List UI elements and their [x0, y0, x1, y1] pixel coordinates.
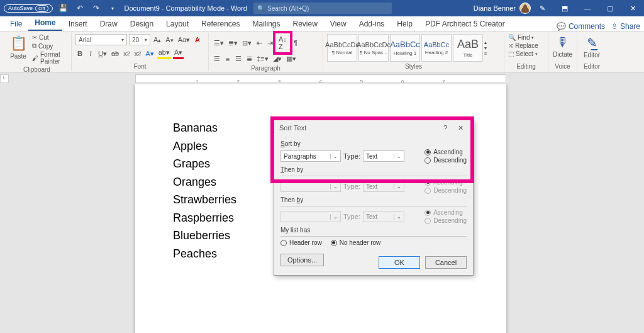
- help-button[interactable]: ?: [438, 124, 453, 132]
- bold-button[interactable]: B: [75, 49, 84, 58]
- header-row-radio[interactable]: Header row: [280, 239, 322, 246]
- style-heading2[interactable]: AaBbCcHeading 2: [421, 34, 452, 62]
- line[interactable]: Grapes: [173, 155, 236, 173]
- strikethrough-button[interactable]: ab: [110, 49, 120, 58]
- tab-view[interactable]: View: [324, 17, 353, 31]
- tab-insert[interactable]: Insert: [62, 17, 94, 31]
- then-by-field-combo-2[interactable]: ⌄: [280, 211, 341, 222]
- cut-button[interactable]: ✂Cut: [32, 34, 67, 41]
- no-header-row-radio[interactable]: No header row: [331, 239, 381, 246]
- chevron-down-icon: ⌄: [330, 154, 338, 159]
- font-size-combo[interactable]: 20▾: [129, 34, 150, 45]
- style-no-spacing[interactable]: AaBbCcDc¶ No Spac...: [358, 34, 389, 62]
- style-title[interactable]: AaBTitle: [453, 34, 483, 62]
- user-account[interactable]: Diana Benner: [474, 3, 531, 14]
- tab-mailings[interactable]: Mailings: [246, 17, 286, 31]
- autosave-toggle[interactable]: AutoSave Off: [4, 4, 53, 13]
- tab-layout[interactable]: Layout: [160, 17, 195, 31]
- grow-font-button[interactable]: A▴: [152, 35, 162, 44]
- decrease-indent-button[interactable]: ⇤: [255, 38, 264, 48]
- multilevel-button[interactable]: ⊟▾: [241, 38, 253, 48]
- document-text[interactable]: Bananas Apples Grapes Oranges Strawberri…: [173, 119, 236, 262]
- tab-file[interactable]: File: [4, 17, 28, 31]
- tab-design[interactable]: Design: [124, 17, 160, 31]
- horizontal-ruler[interactable]: [135, 74, 506, 83]
- paste-button[interactable]: 📋 Paste: [6, 34, 30, 61]
- maximize-icon[interactable]: ▢: [599, 0, 621, 16]
- line[interactable]: Raspberries: [173, 209, 236, 227]
- shrink-font-button[interactable]: A▾: [164, 35, 174, 44]
- cancel-button[interactable]: Cancel: [425, 256, 467, 269]
- justify-button[interactable]: ≣: [245, 54, 253, 64]
- then-by-type-combo-2[interactable]: Text⌄: [363, 211, 404, 222]
- sort-by-field-combo[interactable]: Paragraphs⌄: [280, 150, 341, 162]
- line[interactable]: Strawberries: [173, 191, 236, 209]
- borders-button[interactable]: ▦▾: [285, 54, 297, 64]
- line[interactable]: Bananas: [173, 119, 236, 137]
- qat-dropdown-icon[interactable]: ▾: [107, 3, 118, 14]
- format-painter-button[interactable]: 🖌Format Painter: [32, 51, 67, 65]
- line[interactable]: Blueberries: [173, 227, 236, 245]
- sort-by-type-combo[interactable]: Text⌄: [363, 150, 404, 162]
- tab-references[interactable]: References: [195, 17, 246, 31]
- descending-radio-1[interactable]: Descending: [425, 157, 467, 164]
- redo-icon[interactable]: ↷: [91, 3, 102, 14]
- tab-help[interactable]: Help: [391, 17, 419, 31]
- tab-addins[interactable]: Add-ins: [353, 17, 391, 31]
- show-marks-button[interactable]: ¶: [291, 38, 300, 47]
- align-center-button[interactable]: ≡: [223, 55, 232, 64]
- find-button[interactable]: 🔍Find▾: [508, 34, 544, 41]
- search-box[interactable]: 🔍 Search (Alt+Q): [253, 3, 392, 14]
- dictate-button[interactable]: 🎙 Dictate: [552, 34, 573, 59]
- undo-icon[interactable]: ↶: [74, 3, 86, 14]
- clear-format-button[interactable]: A̷: [193, 35, 202, 45]
- dialog-titlebar[interactable]: Sort Text ? ✕: [274, 120, 473, 135]
- highlight-button[interactable]: ab▾: [157, 48, 171, 59]
- save-icon[interactable]: 💾: [58, 3, 69, 14]
- copy-button[interactable]: ⧉Copy: [32, 42, 67, 50]
- increase-indent-button[interactable]: ⇥: [265, 38, 274, 48]
- comments-button[interactable]: 💬Comments: [557, 22, 605, 31]
- share-button[interactable]: ⇪Share: [611, 22, 640, 31]
- align-right-button[interactable]: ☰: [234, 54, 243, 64]
- line[interactable]: Oranges: [173, 173, 236, 191]
- line[interactable]: Apples: [173, 137, 236, 155]
- font-name-combo[interactable]: Arial▾: [75, 34, 127, 45]
- tab-draw[interactable]: Draw: [94, 17, 124, 31]
- then-by-type-combo-1[interactable]: Text⌄: [363, 181, 404, 192]
- then-by-field-combo-1[interactable]: ⌄: [280, 181, 341, 192]
- align-left-button[interactable]: ☰: [213, 54, 221, 64]
- select-button[interactable]: ⬚Select▾: [508, 50, 544, 57]
- ribbon-display-icon[interactable]: ⬒: [553, 0, 576, 16]
- ok-button[interactable]: OK: [379, 256, 420, 269]
- italic-button[interactable]: I: [86, 49, 95, 58]
- tab-pdf-architect[interactable]: PDF Architect 5 Creator: [419, 17, 511, 31]
- copy-icon: ⧉: [32, 42, 36, 50]
- tab-review[interactable]: Review: [287, 17, 324, 31]
- tab-home[interactable]: Home: [28, 16, 62, 31]
- shading-button[interactable]: ◢▾: [272, 54, 283, 64]
- subscript-button[interactable]: x2: [122, 49, 131, 58]
- numbering-button[interactable]: ≣▾: [227, 38, 239, 48]
- pending-icon[interactable]: ✎: [531, 0, 553, 16]
- text-effects-button[interactable]: A▾: [144, 49, 155, 59]
- change-case-button[interactable]: Aa▾: [177, 35, 191, 45]
- line-spacing-button[interactable]: ‡≡▾: [255, 54, 270, 64]
- styles-gallery-scroll[interactable]: ▴ ▾ ≡: [484, 40, 487, 57]
- options-button[interactable]: Options...: [280, 254, 324, 266]
- minimize-icon[interactable]: —: [576, 0, 599, 16]
- replace-button[interactable]: ⤭Replace: [508, 42, 544, 49]
- close-icon[interactable]: ✕: [453, 124, 468, 132]
- bullets-button[interactable]: ☰▾: [213, 38, 225, 48]
- superscript-button[interactable]: x2: [133, 49, 143, 58]
- close-icon[interactable]: ✕: [621, 0, 644, 16]
- ascending-radio-1[interactable]: Ascending: [425, 149, 467, 155]
- style-heading1[interactable]: AaBbCcHeading 1: [390, 34, 420, 62]
- underline-button[interactable]: U▾: [97, 49, 108, 59]
- radio-icon: [425, 179, 431, 186]
- font-color-button[interactable]: A▾: [173, 48, 184, 59]
- editor-button[interactable]: ✎̲ Editor: [581, 34, 602, 60]
- line[interactable]: Peaches: [173, 245, 236, 263]
- sort-button[interactable]: AZ↓: [276, 34, 289, 52]
- style-normal[interactable]: AaBbCcDc¶ Normal: [327, 34, 357, 62]
